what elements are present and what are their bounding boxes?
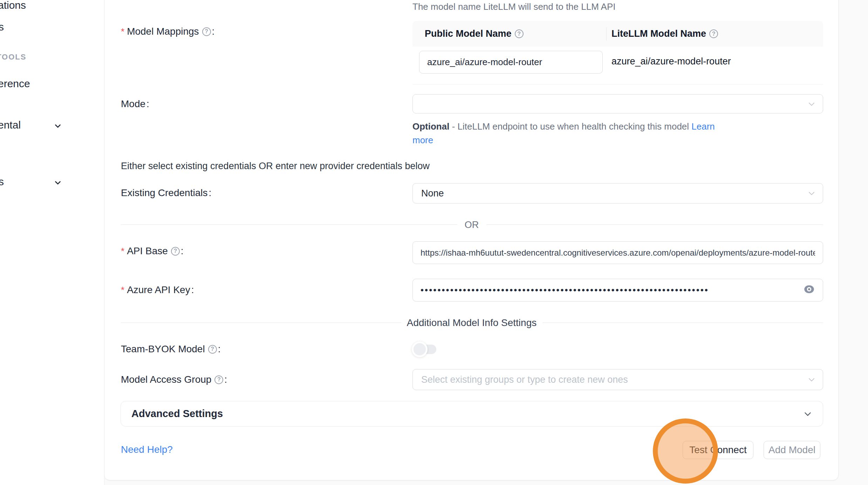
sidebar-item-settings[interactable]: s — [0, 176, 4, 188]
mode-help-line2: more — [412, 135, 433, 146]
litellm-model-name-value: azure_ai/azure-model-router — [611, 56, 731, 67]
mode-select[interactable] — [412, 94, 823, 113]
model-name-help-text: The model name LiteLLM will send to the … — [412, 1, 616, 12]
mode-help-line1: Optional - LiteLLM endpoint to use when … — [412, 121, 715, 132]
sidebar: ations s TOOLS erence ental s — [0, 0, 104, 485]
sidebar-item-organizations[interactable]: ations — [0, 0, 26, 11]
sidebar-item-guardrails[interactable]: s — [0, 21, 4, 33]
add-model-form-card: The model name LiteLLM will send to the … — [104, 0, 839, 480]
help-question-icon[interactable]: ? — [709, 29, 718, 38]
api-base-input[interactable] — [412, 241, 823, 264]
or-divider-line-right — [486, 224, 823, 225]
azure-api-key-input[interactable]: ••••••••••••••••••••••••••••••••••••••••… — [412, 279, 823, 302]
model-mappings-table-header: Public Model Name ? LiteLLM Model Name ? — [412, 21, 823, 47]
chevron-down-icon — [807, 189, 816, 198]
api-base-label: * API Base ? : — [121, 244, 184, 258]
learn-more-link[interactable]: Learn — [691, 121, 715, 132]
toggle-knob — [412, 341, 428, 357]
chevron-down-icon — [53, 178, 62, 187]
table-row-divider — [412, 84, 823, 84]
sidebar-item-label: erence — [0, 78, 30, 90]
column-header-public-model-name: Public Model Name ? — [425, 28, 605, 39]
model-access-group-select[interactable]: Select existing groups or type to create… — [412, 369, 823, 390]
sidebar-item-label: s — [0, 21, 4, 33]
sidebar-item-api-reference[interactable]: erence — [0, 78, 30, 90]
sidebar-item-label: ental — [0, 119, 21, 131]
add-model-button[interactable]: Add Model — [764, 441, 820, 459]
model-access-group-placeholder: Select existing groups or type to create… — [421, 374, 628, 385]
advanced-settings-label: Advanced Settings — [131, 408, 223, 420]
azure-api-key-label: * Azure API Key : — [121, 283, 194, 297]
model-mappings-label: * Model Mappings ? : — [121, 24, 214, 39]
help-question-icon[interactable]: ? — [208, 345, 217, 354]
team-byok-toggle[interactable] — [415, 345, 436, 354]
chevron-down-icon — [807, 100, 816, 108]
test-connect-button[interactable]: Test Connect — [683, 441, 753, 459]
mode-label: Mode : — [121, 97, 149, 111]
sidebar-item-experimental[interactable]: ental — [0, 119, 21, 131]
or-divider-line-left — [121, 224, 457, 225]
help-question-icon[interactable]: ? — [515, 29, 524, 38]
sidebar-section-tools: TOOLS — [0, 53, 26, 62]
additional-divider-line-right — [542, 323, 823, 323]
model-access-group-label: Model Access Group ? : — [121, 372, 227, 387]
or-divider-text: OR — [465, 220, 479, 230]
chevron-down-icon — [807, 375, 816, 384]
sidebar-item-label: ations — [0, 0, 26, 11]
team-byok-label: Team-BYOK Model ? : — [121, 342, 220, 356]
existing-credentials-select[interactable]: None — [412, 183, 823, 203]
learn-more-link[interactable]: more — [412, 135, 433, 145]
table-column-divider — [606, 27, 607, 41]
chevron-down-icon — [53, 122, 62, 131]
additional-divider-line-left — [121, 323, 401, 323]
password-visibility-toggle-icon[interactable] — [803, 283, 815, 296]
need-help-link[interactable]: Need Help? — [121, 444, 173, 455]
help-question-icon[interactable]: ? — [202, 27, 211, 36]
help-question-icon[interactable]: ? — [171, 247, 180, 256]
required-asterisk: * — [121, 285, 124, 296]
additional-divider-text: Additional Model Info Settings — [407, 317, 536, 328]
public-model-name-input[interactable] — [419, 51, 603, 74]
advanced-settings-panel[interactable]: Advanced Settings — [121, 401, 823, 427]
required-asterisk: * — [121, 246, 124, 257]
existing-credentials-label: Existing Credentials : — [121, 186, 211, 200]
required-asterisk: * — [121, 26, 124, 37]
existing-credentials-value: None — [421, 188, 444, 199]
column-header-litellm-model-name: LiteLLM Model Name ? — [611, 28, 718, 39]
chevron-down-icon — [803, 409, 812, 418]
optional-prefix: Optional — [412, 121, 449, 132]
sidebar-item-label: s — [0, 176, 4, 188]
credentials-note: Either select existing credentials OR en… — [121, 161, 430, 172]
help-question-icon[interactable]: ? — [214, 375, 223, 384]
